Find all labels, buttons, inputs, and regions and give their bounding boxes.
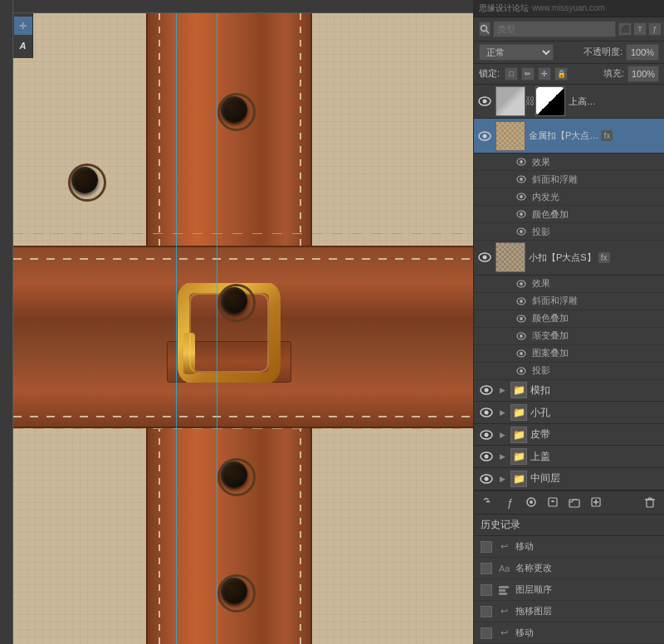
effect-item-xiaokou-pattern: 图案叠加 bbox=[474, 345, 664, 363]
group-icon-shanggai: 📁 bbox=[510, 448, 527, 465]
group-arrow-zhongjianceng: ▶ bbox=[497, 474, 507, 484]
group-eye-xiaokong[interactable] bbox=[479, 405, 494, 420]
effect-name-root: 效果 bbox=[532, 156, 550, 168]
fill-input[interactable] bbox=[627, 66, 659, 82]
svg-point-14 bbox=[520, 212, 523, 216]
layer-info-shang: 上高… bbox=[569, 95, 661, 108]
canvas-area: ✛ A bbox=[0, 0, 473, 644]
link-layers-button[interactable] bbox=[479, 493, 497, 511]
layer-group-shanggai[interactable]: ▶ 📁 上盖 bbox=[474, 446, 664, 468]
group-arrow-meikou: ▶ bbox=[497, 385, 507, 395]
effect-eye-shadow[interactable] bbox=[515, 226, 527, 237]
history-item-5[interactable]: ↩ 移动 bbox=[474, 622, 664, 644]
blend-mode-select[interactable]: 正常 bbox=[479, 44, 554, 61]
effect-name-xiaokou-bevel: 斜面和浮雕 bbox=[532, 295, 578, 307]
site-url: www.missyuan.com bbox=[532, 3, 605, 12]
type-icon-button[interactable]: T bbox=[633, 22, 647, 36]
svg-rect-53 bbox=[499, 589, 505, 592]
layer-mask-shang bbox=[535, 86, 565, 116]
effect-name-xiaokou-root: 效果 bbox=[532, 277, 550, 290]
effect-item-jinshukou-bevel: 斜面和浮雕 bbox=[474, 171, 664, 188]
layer-eye-shang[interactable] bbox=[477, 94, 492, 109]
rivet-4 bbox=[221, 461, 247, 488]
effect-item-jinshukou-shadow: 投影 bbox=[474, 223, 664, 241]
delete-layer-button[interactable] bbox=[641, 493, 659, 511]
lock-icons-group: □ ✏ ✛ 🔒 bbox=[505, 67, 568, 80]
add-fx-button[interactable]: ƒ bbox=[500, 493, 519, 511]
lock-move-button[interactable]: ✛ bbox=[538, 67, 551, 80]
group-icon-xiaokong: 📁 bbox=[510, 404, 527, 421]
lock-all-button[interactable]: 🔒 bbox=[554, 67, 568, 80]
history-item-4[interactable]: ↩ 拖移图层 bbox=[474, 601, 664, 622]
svg-point-16 bbox=[520, 230, 523, 233]
svg-point-20 bbox=[520, 282, 523, 285]
history-action-1: 移动 bbox=[515, 540, 534, 553]
new-group-button[interactable] bbox=[565, 493, 583, 511]
effect-eye-xiaokou-color[interactable] bbox=[515, 313, 527, 324]
svg-point-1 bbox=[481, 25, 487, 31]
layer-group-pipi[interactable]: ▶ 📁 皮带 bbox=[474, 424, 664, 446]
layer-name-shang: 上高… bbox=[569, 95, 661, 108]
group-icon-meikou: 📁 bbox=[510, 382, 527, 398]
svg-rect-54 bbox=[499, 593, 507, 595]
effect-eye-xiaokou-gradient[interactable] bbox=[515, 330, 527, 342]
layer-item-xiaokou[interactable]: 小扣【P大点S】 fx bbox=[474, 241, 664, 276]
history-header[interactable]: 历史记录 bbox=[474, 515, 664, 536]
group-eye-pipi[interactable] bbox=[479, 427, 494, 442]
history-checkbox-2 bbox=[481, 563, 492, 574]
effect-eye-xiaokou-pattern[interactable] bbox=[515, 348, 527, 359]
lock-label: 锁定: bbox=[479, 67, 500, 80]
add-mask-button[interactable] bbox=[522, 493, 540, 511]
opacity-input[interactable] bbox=[626, 44, 659, 61]
svg-point-24 bbox=[520, 317, 523, 320]
filter-icon-button[interactable]: ⬛ bbox=[618, 22, 632, 36]
tool-bar: ✛ A bbox=[13, 13, 33, 58]
svg-rect-52 bbox=[499, 586, 509, 588]
layer-item-jinshukou[interactable]: 金属扣【P大点… fx bbox=[474, 119, 664, 154]
effect-eye-xiaokou-root[interactable] bbox=[515, 278, 527, 290]
layer-eye-xiaokou[interactable] bbox=[477, 250, 492, 265]
svg-point-8 bbox=[520, 160, 523, 163]
layer-info-jinshukou: 金属扣【P大点… fx bbox=[529, 129, 661, 142]
effect-eye-xiaokou-shadow[interactable] bbox=[515, 365, 527, 377]
move-tool-button[interactable]: ✛ bbox=[14, 17, 32, 35]
svg-point-18 bbox=[483, 256, 487, 260]
new-layer-button[interactable] bbox=[587, 493, 605, 511]
svg-point-4 bbox=[483, 100, 487, 104]
effect-eye-bevel[interactable] bbox=[515, 173, 527, 185]
search-icon-button[interactable] bbox=[479, 22, 491, 37]
effect-eye-root[interactable] bbox=[515, 156, 527, 168]
svg-point-30 bbox=[520, 369, 523, 373]
lock-paint-button[interactable]: ✏ bbox=[521, 67, 535, 80]
history-icon-2: Aa bbox=[497, 562, 510, 575]
history-item-1[interactable]: ↩ 移动 bbox=[474, 536, 664, 558]
layer-group-meikou[interactable]: ▶ 📁 模扣 bbox=[474, 380, 664, 402]
ruler-top bbox=[0, 0, 473, 13]
effect-eye-glow[interactable] bbox=[515, 191, 527, 202]
effect-name-glow: 内发光 bbox=[532, 191, 559, 203]
effect-item-xiaokou-root: 效果 bbox=[474, 276, 664, 293]
layer-item-shang[interactable]: ⛓ 上高… bbox=[474, 85, 664, 120]
history-item-2[interactable]: Aa 名称更改 bbox=[474, 558, 664, 579]
layer-group-xiaokong[interactable]: ▶ 📁 小孔 bbox=[474, 402, 664, 424]
layer-eye-jinshukou[interactable] bbox=[477, 129, 492, 144]
effect-icon-button[interactable]: ƒ bbox=[648, 22, 662, 36]
svg-point-10 bbox=[520, 178, 523, 181]
effect-name-bevel: 斜面和浮雕 bbox=[532, 173, 578, 186]
effect-eye-xiaokou-bevel[interactable] bbox=[515, 295, 527, 307]
history-action-5: 移动 bbox=[515, 627, 534, 639]
layer-group-zhongjianceng[interactable]: ▶ 📁 中间层 bbox=[474, 468, 664, 490]
layer-search-input[interactable] bbox=[493, 21, 616, 37]
effect-eye-color[interactable] bbox=[515, 208, 527, 220]
group-icon-zhongjianceng: 📁 bbox=[510, 471, 527, 487]
add-adjustment-button[interactable] bbox=[544, 493, 562, 511]
rivet-3 bbox=[221, 287, 247, 314]
text-tool-button[interactable]: A bbox=[14, 37, 32, 55]
group-eye-meikou[interactable] bbox=[479, 383, 494, 398]
history-icon-5: ↩ bbox=[497, 627, 510, 640]
group-eye-zhongjianceng[interactable] bbox=[479, 471, 494, 486]
history-item-3[interactable]: 图层顺序 bbox=[474, 579, 664, 601]
svg-point-26 bbox=[520, 334, 523, 338]
group-eye-shanggai[interactable] bbox=[479, 449, 494, 464]
lock-pixel-button[interactable]: □ bbox=[505, 67, 518, 80]
